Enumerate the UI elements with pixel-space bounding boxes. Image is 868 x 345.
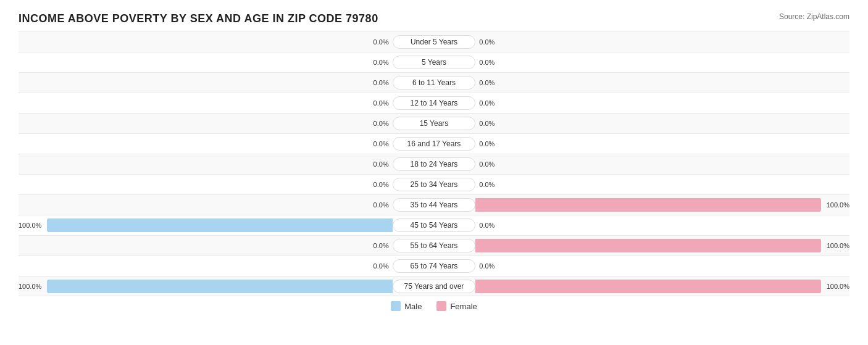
male-legend: Male <box>391 301 422 311</box>
table-row: 0.0% 35 to 44 Years 100.0% <box>19 194 849 215</box>
female-zero-value: 0.0% <box>479 222 495 229</box>
age-label: 15 Years <box>393 117 476 130</box>
right-section: 0.0% <box>475 175 849 194</box>
right-section: 0.0% <box>475 256 849 276</box>
female-zero-value: 0.0% <box>479 59 495 66</box>
left-section: 0.0% <box>19 154 393 174</box>
left-section: 0.0% <box>19 134 393 154</box>
chart-title: INCOME ABOVE POVERTY BY SEX AND AGE IN Z… <box>19 12 378 25</box>
table-row: 0.0% 12 to 14 Years 0.0% <box>19 93 849 113</box>
female-outside-value: 100.0% <box>827 283 849 290</box>
female-legend-box <box>436 301 446 311</box>
female-zero-value: 0.0% <box>479 262 495 270</box>
legend: Male Female <box>19 301 849 311</box>
female-bar <box>475 239 821 252</box>
left-section: 0.0% <box>19 195 393 215</box>
table-row: 0.0% 65 to 74 Years 0.0% <box>19 256 849 276</box>
right-section: 0.0% <box>475 154 849 174</box>
right-section: 0.0% <box>475 73 849 93</box>
source-label: Source: ZipAtlas.com <box>779 12 849 21</box>
table-row: 0.0% 5 Years 0.0% <box>19 52 849 72</box>
age-label: 75 Years and over <box>393 280 476 293</box>
right-section: 0.0% <box>475 32 849 52</box>
male-zero-value: 0.0% <box>373 79 389 86</box>
female-zero-value: 0.0% <box>479 140 495 148</box>
left-section: 0.0% <box>19 52 393 72</box>
left-section: 0.0% <box>19 175 393 194</box>
male-zero-value: 0.0% <box>373 99 389 107</box>
table-row: 100.0% 75 Years and over 100.0% <box>19 276 849 296</box>
table-row: 0.0% 18 to 24 Years 0.0% <box>19 154 849 174</box>
male-zero-value: 0.0% <box>373 181 389 188</box>
chart-container: INCOME ABOVE POVERTY BY SEX AND AGE IN Z… <box>19 12 849 311</box>
table-row: 0.0% 6 to 11 Years 0.0% <box>19 72 849 93</box>
female-outside-value: 100.0% <box>827 242 849 249</box>
female-zero-value: 0.0% <box>479 79 495 86</box>
left-section: 0.0% <box>19 114 393 133</box>
age-label: Under 5 Years <box>393 35 476 49</box>
right-section: 100.0% <box>475 195 849 215</box>
left-section: 0.0% <box>19 256 393 276</box>
age-label: 65 to 74 Years <box>393 259 476 273</box>
left-section: 100.0% <box>19 215 393 235</box>
left-section: 0.0% <box>19 73 393 93</box>
male-zero-value: 0.0% <box>373 140 389 148</box>
male-zero-value: 0.0% <box>373 242 389 249</box>
age-label: 5 Years <box>393 56 476 69</box>
male-zero-value: 0.0% <box>373 59 389 66</box>
female-zero-value: 0.0% <box>479 38 495 46</box>
female-legend-label: Female <box>450 302 477 311</box>
table-row: 0.0% 25 to 34 Years 0.0% <box>19 174 849 194</box>
age-label: 45 to 54 Years <box>393 218 476 232</box>
male-zero-value: 0.0% <box>373 38 389 46</box>
male-zero-value: 0.0% <box>373 160 389 168</box>
age-label: 18 to 24 Years <box>393 157 476 171</box>
left-section: 0.0% <box>19 32 393 52</box>
male-legend-label: Male <box>404 302 422 311</box>
left-section: 0.0% <box>19 236 393 256</box>
age-label: 12 to 14 Years <box>393 96 476 110</box>
female-zero-value: 0.0% <box>479 181 495 188</box>
table-row: 100.0% 45 to 54 Years 0.0% <box>19 215 849 235</box>
female-zero-value: 0.0% <box>479 120 495 127</box>
age-label: 6 to 11 Years <box>393 76 476 89</box>
table-row: 0.0% Under 5 Years 0.0% <box>19 31 849 52</box>
female-legend: Female <box>436 301 477 311</box>
left-section: 0.0% <box>19 93 393 113</box>
left-section: 100.0% <box>19 276 393 296</box>
table-row: 0.0% 55 to 64 Years 100.0% <box>19 235 849 256</box>
chart-rows: 0.0% Under 5 Years 0.0% 0.0% 5 Years 0.0… <box>19 31 849 296</box>
male-zero-value: 0.0% <box>373 201 389 209</box>
right-section: 0.0% <box>475 114 849 133</box>
right-section: 0.0% <box>475 134 849 154</box>
age-label: 16 and 17 Years <box>393 137 476 151</box>
right-section: 0.0% <box>475 93 849 113</box>
male-legend-box <box>391 301 401 311</box>
female-outside-value: 100.0% <box>827 201 849 209</box>
right-section: 0.0% <box>475 52 849 72</box>
age-label: 25 to 34 Years <box>393 178 476 191</box>
table-row: 0.0% 15 Years 0.0% <box>19 113 849 133</box>
right-section: 100.0% <box>475 276 849 296</box>
right-section: 100.0% <box>475 236 849 256</box>
female-zero-value: 0.0% <box>479 99 495 107</box>
right-section: 0.0% <box>475 215 849 235</box>
male-zero-value: 0.0% <box>373 120 389 127</box>
male-zero-value: 0.0% <box>373 262 389 270</box>
table-row: 0.0% 16 and 17 Years 0.0% <box>19 133 849 154</box>
age-label: 35 to 44 Years <box>393 198 476 212</box>
age-label: 55 to 64 Years <box>393 239 476 252</box>
male-bar <box>47 280 393 293</box>
male-bar <box>47 218 393 232</box>
female-bar <box>475 198 821 212</box>
female-bar <box>475 280 821 293</box>
female-zero-value: 0.0% <box>479 160 495 168</box>
